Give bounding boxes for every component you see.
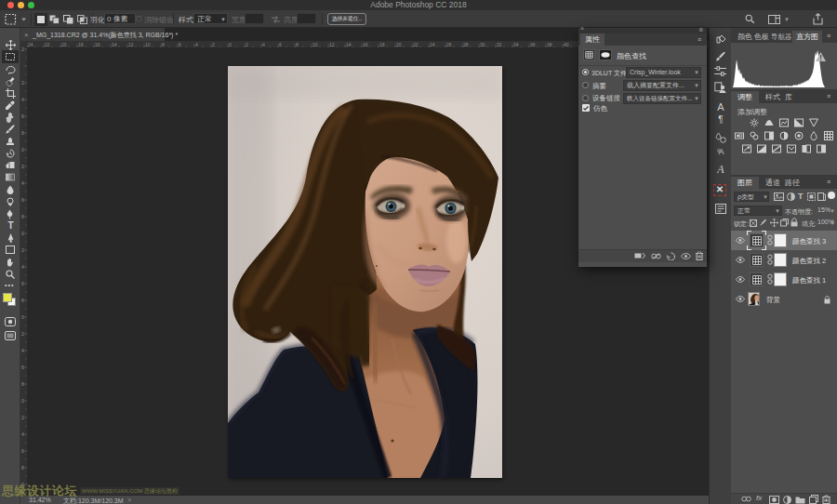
- svg-text:0: 0: [21, 398, 24, 404]
- svg-text:4: 4: [195, 42, 198, 47]
- svg-text:8: 8: [21, 298, 24, 303]
- svg-text:14: 14: [112, 42, 117, 47]
- svg-text:6: 6: [21, 448, 24, 454]
- svg-text:10: 10: [145, 42, 151, 47]
- svg-text:0: 0: [21, 314, 24, 320]
- svg-text:18: 18: [78, 42, 84, 47]
- svg-text:8: 8: [21, 130, 24, 136]
- svg-text:20: 20: [61, 42, 67, 47]
- svg-text:2: 2: [21, 80, 24, 86]
- svg-text:6: 6: [179, 42, 181, 47]
- svg-text:6: 6: [21, 197, 24, 203]
- svg-text:22: 22: [413, 42, 418, 47]
- svg-text:0: 0: [229, 42, 232, 47]
- svg-text:6: 6: [21, 281, 24, 286]
- svg-text:34: 34: [513, 42, 519, 47]
- svg-text:4: 4: [21, 97, 24, 102]
- svg-text:28: 28: [463, 42, 469, 47]
- svg-text:2: 2: [21, 46, 24, 52]
- svg-text:6: 6: [21, 113, 24, 119]
- svg-text:2: 2: [21, 331, 24, 337]
- svg-text:16: 16: [95, 42, 100, 47]
- svg-text:10: 10: [312, 42, 318, 47]
- svg-text:16: 16: [363, 42, 368, 47]
- svg-text:6: 6: [21, 365, 24, 370]
- svg-text:4: 4: [21, 180, 24, 186]
- svg-text:26: 26: [446, 42, 452, 47]
- svg-text:0: 0: [21, 231, 24, 236]
- svg-text:2: 2: [21, 415, 24, 420]
- svg-text:20: 20: [396, 42, 402, 47]
- svg-text:4: 4: [21, 431, 24, 437]
- svg-text:8: 8: [21, 465, 24, 471]
- svg-text:0: 0: [21, 147, 24, 153]
- svg-text:12: 12: [128, 42, 134, 47]
- svg-text:24: 24: [28, 42, 33, 47]
- svg-text:2: 2: [212, 42, 215, 47]
- svg-text:2: 2: [246, 42, 248, 47]
- svg-text:30: 30: [480, 42, 485, 47]
- svg-text:4: 4: [262, 42, 265, 47]
- svg-text:2: 2: [21, 247, 24, 253]
- svg-text:22: 22: [45, 42, 50, 47]
- svg-text:2: 2: [21, 164, 24, 169]
- svg-text:8: 8: [21, 214, 24, 219]
- svg-text:12: 12: [329, 42, 335, 47]
- svg-text:36: 36: [530, 42, 536, 47]
- svg-text:8: 8: [21, 381, 24, 387]
- svg-text:18: 18: [379, 42, 385, 47]
- svg-text:38: 38: [547, 42, 552, 47]
- svg-text:4: 4: [21, 264, 24, 270]
- svg-text:6: 6: [279, 42, 282, 47]
- svg-text:32: 32: [497, 42, 502, 47]
- svg-text:40: 40: [564, 42, 569, 47]
- svg-text:14: 14: [346, 42, 352, 47]
- svg-text:8: 8: [296, 42, 299, 47]
- svg-text:4: 4: [21, 348, 24, 353]
- svg-text:24: 24: [430, 42, 435, 47]
- svg-text:8: 8: [162, 42, 165, 47]
